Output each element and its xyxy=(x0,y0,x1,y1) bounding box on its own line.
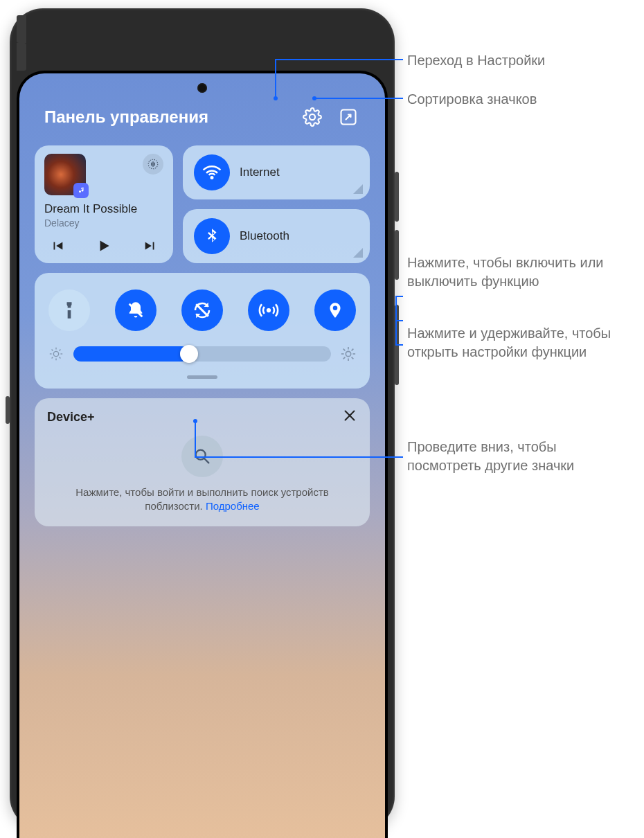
next-track-button[interactable] xyxy=(140,235,161,256)
svg-point-26 xyxy=(196,450,206,460)
learn-more-link[interactable]: Подробнее xyxy=(206,500,260,512)
expand-handle[interactable] xyxy=(187,375,217,379)
audio-output-icon[interactable] xyxy=(143,154,163,175)
close-icon[interactable] xyxy=(342,408,357,426)
svg-line-27 xyxy=(205,459,209,463)
device-plus-title: Device+ xyxy=(47,410,95,425)
svg-rect-2 xyxy=(151,163,152,166)
device-plus-card: Device+ Нажмите, чтобы войти и выполнить… xyxy=(35,398,370,526)
svg-rect-3 xyxy=(152,161,154,167)
music-card[interactable]: Dream It Possible Delacey xyxy=(35,145,173,263)
side-key[interactable] xyxy=(6,396,10,424)
expand-corner-icon xyxy=(353,248,363,258)
previous-track-button[interactable] xyxy=(47,235,68,256)
brightness-thumb[interactable] xyxy=(180,345,198,363)
svg-line-22 xyxy=(343,349,346,351)
music-app-badge-icon xyxy=(73,183,89,198)
mute-toggle[interactable] xyxy=(115,289,156,331)
annotation-sort: Сортировка значков xyxy=(407,90,537,109)
hotspot-toggle[interactable] xyxy=(248,289,289,331)
annotation-settings: Переход в Настройки xyxy=(407,51,545,70)
rotation-lock-toggle[interactable] xyxy=(181,289,223,331)
phone-frame: Панель управления xyxy=(10,8,395,830)
device-hint-text: Нажмите, чтобы войти и выполнить поиск у… xyxy=(47,485,357,514)
annotation-hold: Нажмите и удерживайте, чтобы открыть нас… xyxy=(407,324,640,362)
play-button[interactable] xyxy=(93,235,114,256)
location-toggle[interactable] xyxy=(314,289,356,331)
album-art xyxy=(44,154,86,195)
wifi-icon xyxy=(194,154,230,190)
annotation-swipe: Проведите вниз, чтобы посмотреть другие … xyxy=(407,438,629,475)
annotation-tap: Нажмите, чтобы включить или выключить фу… xyxy=(407,253,636,291)
svg-line-13 xyxy=(52,350,53,351)
page-title: Панель управления xyxy=(44,107,208,127)
bluetooth-label: Bluetooth xyxy=(240,229,289,243)
flashlight-toggle[interactable] xyxy=(48,289,90,331)
brightness-low-icon xyxy=(48,346,64,362)
wifi-toggle[interactable]: Internet xyxy=(183,145,370,199)
volume-up-button[interactable] xyxy=(395,172,399,222)
svg-line-15 xyxy=(52,357,53,359)
front-camera xyxy=(197,83,207,93)
settings-icon[interactable] xyxy=(301,105,324,129)
bluetooth-icon xyxy=(194,218,230,254)
svg-line-16 xyxy=(60,350,61,351)
brightness-high-icon xyxy=(341,346,356,362)
wifi-label: Internet xyxy=(240,166,280,179)
volume-down-button[interactable] xyxy=(395,230,399,280)
hinge-right xyxy=(17,43,26,71)
svg-rect-4 xyxy=(154,163,156,166)
svg-line-23 xyxy=(352,357,354,359)
brightness-slider[interactable] xyxy=(48,346,356,362)
expand-corner-icon xyxy=(353,184,363,194)
screen: Панель управления xyxy=(19,73,385,838)
brightness-fill xyxy=(73,346,189,362)
hinge-left xyxy=(17,15,26,43)
bluetooth-toggle[interactable]: Bluetooth xyxy=(183,209,370,263)
svg-line-14 xyxy=(60,357,61,359)
svg-point-7 xyxy=(267,308,271,312)
track-title: Dream It Possible xyxy=(44,202,163,216)
edit-icon[interactable] xyxy=(337,105,360,129)
svg-line-25 xyxy=(352,349,354,351)
device-search-button[interactable] xyxy=(181,436,223,477)
device-hint-pre: Нажмите, чтобы войти и выполнить поиск у… xyxy=(75,486,329,512)
control-panel-header: Панель управления xyxy=(19,73,385,129)
power-button[interactable] xyxy=(395,305,399,385)
track-artist: Delacey xyxy=(44,217,163,229)
search-icon xyxy=(193,447,212,466)
svg-point-17 xyxy=(346,351,350,356)
svg-line-24 xyxy=(343,357,346,359)
svg-point-8 xyxy=(53,351,58,356)
brightness-track[interactable] xyxy=(73,346,331,362)
quick-toggles-panel xyxy=(35,273,370,389)
